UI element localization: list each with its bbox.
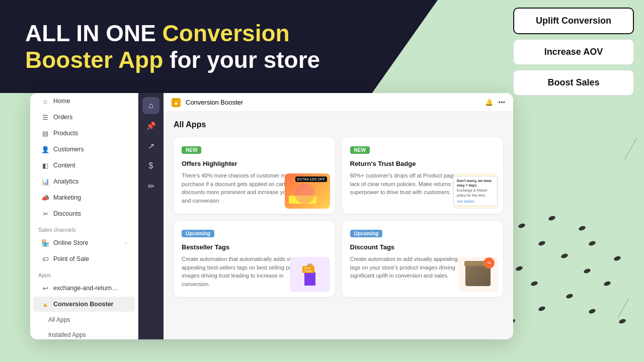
- apps-section-label: Apps: [30, 267, 138, 280]
- discounts-icon: ✂: [41, 210, 49, 218]
- increase-aov-button[interactable]: Increase AOV: [513, 39, 634, 65]
- bestseller-title: Bestseller Tags: [182, 243, 327, 251]
- dot-11: [530, 281, 538, 287]
- dark-icon-sidebar: ⌂ 📌 ↗ $ ✏: [138, 93, 164, 339]
- app-topbar-icon: ▲: [172, 98, 181, 107]
- hero-heading: ALL IN ONE Conversion Booster App for yo…: [25, 20, 320, 73]
- sidebar-item-pos[interactable]: 🏷 Point of Sale: [33, 251, 135, 266]
- online-store-chevron: ›: [125, 240, 127, 246]
- right-action-buttons: Uplift Conversion Increase AOV Boost Sal…: [513, 8, 634, 96]
- trust-visual-text2: Exchange & Return policy for this item.: [457, 188, 494, 198]
- dark-sidebar-dollar[interactable]: $: [142, 157, 159, 174]
- trust-title: Return's Trust Badge: [350, 160, 496, 167]
- app-topbar: ▲ Conversion Booster 🔔 •••: [164, 93, 513, 112]
- trust-visual-text1: Don't worry, we have easy 7 days: [457, 178, 494, 189]
- online-store-icon: 🏪: [41, 239, 49, 247]
- apps-content: All Apps NEW Offers Highlighter There's …: [164, 112, 513, 339]
- all-apps-title: All Apps: [174, 120, 503, 129]
- discount-title: Discount Tags: [350, 243, 496, 251]
- sidebar-item-all-apps[interactable]: All Apps: [33, 313, 135, 327]
- orders-icon: ☰: [41, 113, 49, 121]
- sidebar-item-installed-apps[interactable]: Installed Apps: [33, 328, 135, 339]
- marketing-icon: 📣: [41, 194, 49, 202]
- boost-sales-button[interactable]: Boost Sales: [513, 70, 634, 96]
- trust-badge: NEW: [350, 146, 370, 154]
- exchange-icon: ↩: [41, 284, 49, 292]
- sidebar-item-home[interactable]: ⌂ Home: [33, 94, 135, 109]
- conversion-booster-icon: ▲: [41, 300, 49, 308]
- offers-highlighter-card[interactable]: NEW Offers Highlighter There's 40% more …: [174, 137, 335, 214]
- dot-3: [518, 223, 526, 229]
- discount-star: %: [484, 257, 495, 268]
- dark-sidebar-share[interactable]: ↗: [142, 137, 159, 154]
- price-tag: EXTRA 10% OFF: [295, 176, 327, 182]
- dark-sidebar-pin[interactable]: 📌: [142, 117, 159, 134]
- customers-icon: 👤: [41, 145, 49, 153]
- diag-line-1: [624, 137, 638, 159]
- person-body: [304, 272, 315, 286]
- trust-visual-link: See details: [457, 199, 494, 204]
- sidebar-item-online-store[interactable]: 🏪 Online Store ›: [33, 235, 135, 250]
- box-shape: %: [465, 263, 491, 286]
- discount-tags-card[interactable]: Upcoming Discount Tags Create automation…: [342, 221, 504, 297]
- app-topbar-name: Conversion Booster: [186, 99, 243, 106]
- bestseller-tag-label: Best Seller: [302, 266, 314, 273]
- sales-channels-label: Sales channels: [30, 222, 138, 235]
- bestseller-image: Best Seller: [290, 257, 330, 292]
- dot-7: [560, 253, 569, 259]
- pos-icon: 🏷: [41, 255, 49, 263]
- dot-12: [603, 281, 611, 287]
- bestseller-visual: Best Seller: [304, 263, 315, 286]
- pink-circle-decoration: [295, 184, 315, 204]
- dot-2: [578, 225, 586, 231]
- sidebar-item-analytics[interactable]: 📊 Analytics: [33, 174, 135, 189]
- sidebar-item-marketing[interactable]: 📣 Marketing: [33, 190, 135, 205]
- trust-badge-card[interactable]: NEW Return's Trust Badge 60%+ customer's…: [342, 137, 504, 214]
- discount-image: %: [458, 257, 498, 292]
- shopify-sidebar: ⌂ Home ☰ Orders ▤ Products 👤 Customers ◧…: [30, 93, 138, 339]
- uplift-conversion-button[interactable]: Uplift Conversion: [513, 8, 634, 34]
- sidebar-item-discounts[interactable]: ✂ Discounts: [33, 206, 135, 221]
- home-icon: ⌂: [41, 97, 49, 105]
- dot-5: [538, 240, 546, 246]
- dot-10: [583, 268, 591, 274]
- dot-18: [618, 318, 626, 324]
- analytics-icon: 📊: [41, 177, 49, 186]
- sidebar-item-orders[interactable]: ☰ Orders: [33, 110, 135, 125]
- content-icon: ◧: [41, 161, 49, 169]
- main-content: ▲ Conversion Booster 🔔 ••• All Apps NEW …: [164, 93, 513, 339]
- dark-sidebar-edit[interactable]: ✏: [142, 177, 159, 195]
- offers-title: Offers Highlighter: [182, 160, 327, 167]
- discount-visual: %: [465, 263, 491, 286]
- dot-6: [588, 240, 596, 246]
- dot-8: [613, 255, 621, 261]
- sidebar-item-conversion-booster[interactable]: ▲ Conversion Booster: [33, 297, 135, 312]
- dot-13: [566, 293, 574, 299]
- hero-text-area: ALL IN ONE Conversion Booster App for yo…: [0, 0, 403, 93]
- dark-sidebar-home[interactable]: ⌂: [142, 97, 159, 114]
- apps-cards-grid: NEW Offers Highlighter There's 40% more …: [174, 137, 503, 297]
- topbar-bell-icon[interactable]: 🔔: [485, 99, 493, 106]
- app-window: ⌂ Home ☰ Orders ▤ Products 👤 Customers ◧…: [30, 93, 513, 339]
- topbar-actions: 🔔 •••: [485, 99, 505, 106]
- bestseller-tags-card[interactable]: Upcoming Bestseller Tags Create automati…: [174, 221, 335, 297]
- dot-16: [588, 308, 596, 314]
- dot-9: [515, 265, 523, 272]
- sidebar-item-content[interactable]: ◧ Content: [33, 158, 135, 173]
- offers-badge: NEW: [182, 146, 201, 154]
- discount-badge: Upcoming: [350, 230, 383, 237]
- trust-badge-visual: Don't worry, we have easy 7 days Exchang…: [453, 176, 498, 207]
- trust-image: Don't worry, we have easy 7 days Exchang…: [453, 173, 498, 209]
- topbar-more-icon[interactable]: •••: [498, 99, 505, 106]
- products-icon: ▤: [41, 129, 49, 137]
- dot-15: [538, 306, 546, 312]
- dot-1: [548, 215, 556, 221]
- sidebar-item-products[interactable]: ▤ Products: [33, 126, 135, 141]
- bestseller-badge: Upcoming: [182, 230, 214, 237]
- sidebar-item-customers[interactable]: 👤 Customers: [33, 142, 135, 157]
- sidebar-item-exchange-app[interactable]: ↩ exchange-and-return-wid...: [33, 281, 135, 296]
- hero-line1: ALL IN ONE Conversion: [25, 20, 290, 46]
